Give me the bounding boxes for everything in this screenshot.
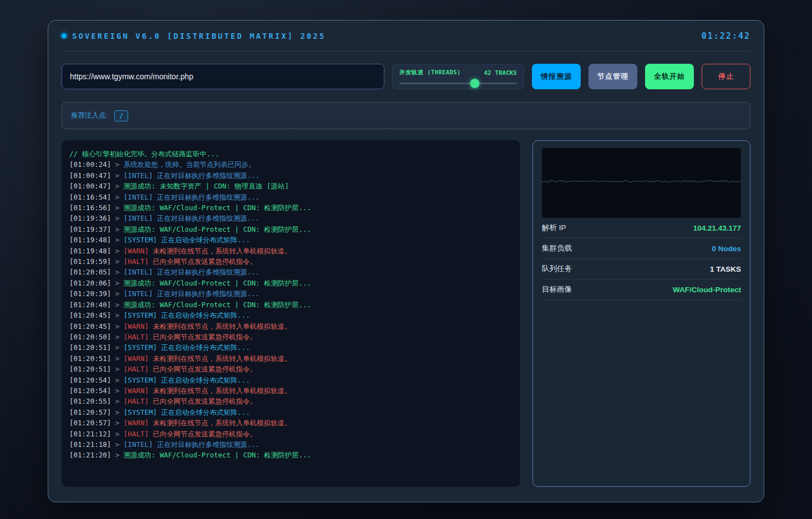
controls-bar: 并发轨道 (THREADS) 42 TRACKS 情报溯源 节点管理 全轨开始 … <box>62 64 750 89</box>
log-line: [01:20:45] > [SYSTEM] 正在启动全球分布式矩阵... <box>69 310 512 320</box>
log-line: [01:20:54] > [WARN] 未检测到在线节点，系统转入单机模拟轨道。 <box>69 385 512 396</box>
log-line: [01:19:48] > [SYSTEM] 正在启动全球分布式矩阵... <box>69 235 512 245</box>
log-line: [01:21:18] > [INTEL] 正在对目标执行多维指纹溯源... <box>69 439 512 450</box>
threads-header: 并发轨道 (THREADS) 42 TRACKS <box>399 69 517 77</box>
inject-points-bar: 推荐注入点: / <box>62 102 750 129</box>
stat-row-queue-tasks: 队列任务 1 TASKS <box>542 259 741 279</box>
clock: 01:22:42 <box>702 31 750 41</box>
log-line: [01:20:40] > 溯源成功: WAF/Cloud-Protect | C… <box>69 299 512 310</box>
log-line: [01:20:06] > 溯源成功: WAF/Cloud-Protect | C… <box>69 278 512 288</box>
log-line: [01:19:59] > [HALT] 已向全网节点发送紧急停机指令。 <box>69 256 512 267</box>
stat-label: 队列任务 <box>542 264 572 274</box>
log-line: [01:20:57] > [WARN] 未检测到在线节点，系统转入单机模拟轨道。 <box>69 418 512 428</box>
log-line: [01:20:51] > [HALT] 已向全网节点发送紧急停机指令。 <box>69 364 512 374</box>
log-line: [01:20:05] > [INTEL] 正在对目标执行多维指纹溯源... <box>69 267 512 277</box>
traffic-chart <box>542 148 741 218</box>
stat-row-target-profile: 目标画像 WAF/Cloud-Protect <box>542 279 741 300</box>
log-line: [01:00:47] > [INTEL] 正在对目标执行多维指纹溯源... <box>69 170 512 181</box>
stop-button[interactable]: 停止 <box>702 64 750 89</box>
main-content: // 核心引擎初始化完毕。分布式链路监听中...[01:00:24] > 系统欢… <box>62 140 750 487</box>
stat-value: WAF/Cloud-Protect <box>673 286 741 294</box>
log-line: [01:21:20] > 溯源成功: WAF/Cloud-Protect | C… <box>69 450 512 460</box>
log-line: // 核心引擎初始化完毕。分布式链路监听中... <box>69 149 512 159</box>
waveform-line <box>542 180 741 183</box>
title-wrap: SOVEREIGN V6.0 [DISTRIBUTED MATRIX] 2025 <box>62 32 326 40</box>
status-dot-icon <box>62 33 67 38</box>
stat-label: 目标画像 <box>542 284 572 294</box>
threads-slider-track[interactable] <box>399 83 517 84</box>
log-line: [01:20:51] > [WARN] 未检测到在线节点，系统转入单机模拟轨道。 <box>69 353 512 364</box>
stat-value: 1 TASKS <box>710 265 741 273</box>
threads-panel: 并发轨道 (THREADS) 42 TRACKS <box>392 64 524 89</box>
inject-points-label: 推荐注入点: <box>71 111 108 120</box>
stat-label: 集群负载 <box>542 243 572 253</box>
log-line: [01:16:54] > [INTEL] 正在对目标执行多维指纹溯源... <box>69 192 512 202</box>
main-window: SOVEREIGN V6.0 [DISTRIBUTED MATRIX] 2025… <box>48 20 764 502</box>
intel-trace-button[interactable]: 情报溯源 <box>532 64 581 89</box>
side-panel: 解析 IP 104.21.43.177 集群负载 0 Nodes 队列任务 1 … <box>532 140 750 487</box>
stat-label: 解析 IP <box>542 223 566 233</box>
log-line: [01:19:36] > [INTEL] 正在对目标执行多维指纹溯源... <box>69 213 512 223</box>
log-line: [01:00:24] > 系统欢迎您，统帅。当前节点列表已同步。 <box>69 159 512 170</box>
log-line: [01:21:12] > [HALT] 已向全网节点发送紧急停机指令。 <box>69 429 512 439</box>
log-line: [01:16:56] > 溯源成功: WAF/Cloud-Protect | C… <box>69 202 512 213</box>
log-line: [01:20:45] > [WARN] 未检测到在线节点，系统转入单机模拟轨道。 <box>69 321 512 332</box>
log-line: [01:20:50] > [HALT] 已向全网节点发送紧急停机指令。 <box>69 332 512 342</box>
threads-slider-thumb[interactable] <box>470 79 479 88</box>
header: SOVEREIGN V6.0 [DISTRIBUTED MATRIX] 2025… <box>62 21 750 52</box>
log-line: [01:20:39] > [INTEL] 正在对目标执行多维指纹溯源... <box>69 288 512 299</box>
threads-label: 并发轨道 (THREADS) <box>399 69 461 77</box>
stat-row-cluster-load: 集群负载 0 Nodes <box>542 238 741 259</box>
log-line: [01:20:57] > [SYSTEM] 正在启动全球分布式矩阵... <box>69 407 512 418</box>
threads-value: 42 TRACKS <box>484 69 517 77</box>
log-line: [01:20:55] > [HALT] 已向全网节点发送紧急停机指令。 <box>69 396 512 406</box>
stat-value: 0 Nodes <box>712 245 741 253</box>
stat-value: 104.21.43.177 <box>693 224 741 232</box>
threads-slider[interactable] <box>399 78 517 88</box>
log-line: [01:19:48] > [WARN] 未检测到在线节点，系统转入单机模拟轨道。 <box>69 246 512 256</box>
log-line: [01:20:54] > [SYSTEM] 正在启动全球分布式矩阵... <box>69 375 512 385</box>
inject-point-chip[interactable]: / <box>114 110 128 121</box>
log-line: [01:19:37] > 溯源成功: WAF/Cloud-Protect | C… <box>69 224 512 235</box>
log-line: [01:20:51] > [SYSTEM] 正在启动全球分布式矩阵... <box>69 342 512 353</box>
target-url-input[interactable] <box>62 64 384 89</box>
terminal-log[interactable]: // 核心引擎初始化完毕。分布式链路监听中...[01:00:24] > 系统欢… <box>62 140 520 487</box>
log-line: [01:00:47] > 溯源成功: 未知数字资产 | CDN: 物理直连 [源… <box>69 181 512 191</box>
waveform-svg <box>542 148 741 218</box>
node-manage-button[interactable]: 节点管理 <box>588 64 637 89</box>
start-all-button[interactable]: 全轨开始 <box>645 64 694 89</box>
app-title: SOVEREIGN V6.0 [DISTRIBUTED MATRIX] 2025 <box>72 32 326 40</box>
stat-row-ip: 解析 IP 104.21.43.177 <box>542 218 741 238</box>
